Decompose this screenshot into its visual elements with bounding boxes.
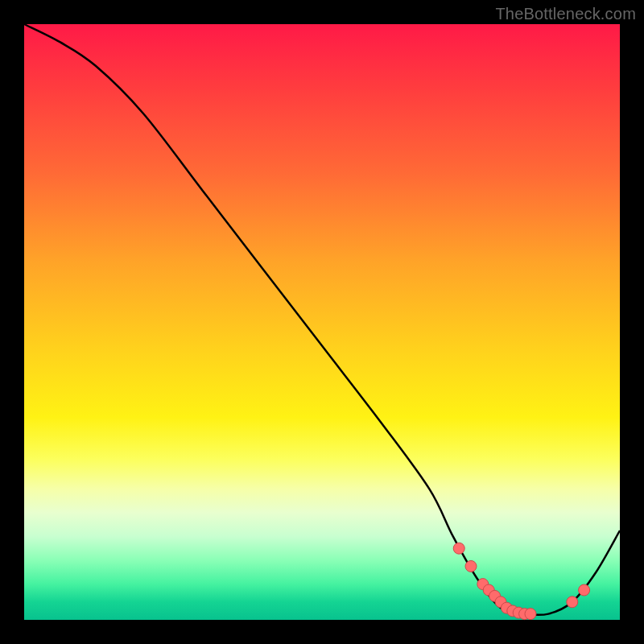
plot-area xyxy=(24,24,620,620)
marker-point xyxy=(525,609,536,620)
watermark-text: TheBottleneck.com xyxy=(495,5,636,23)
curve-svg xyxy=(24,24,620,620)
chart-frame: TheBottleneck.com xyxy=(0,0,644,644)
highlight-markers xyxy=(453,543,589,619)
marker-point xyxy=(567,597,578,608)
marker-point xyxy=(579,584,590,596)
marker-point xyxy=(453,543,464,554)
bottleneck-curve xyxy=(24,24,620,615)
marker-point xyxy=(465,560,477,572)
